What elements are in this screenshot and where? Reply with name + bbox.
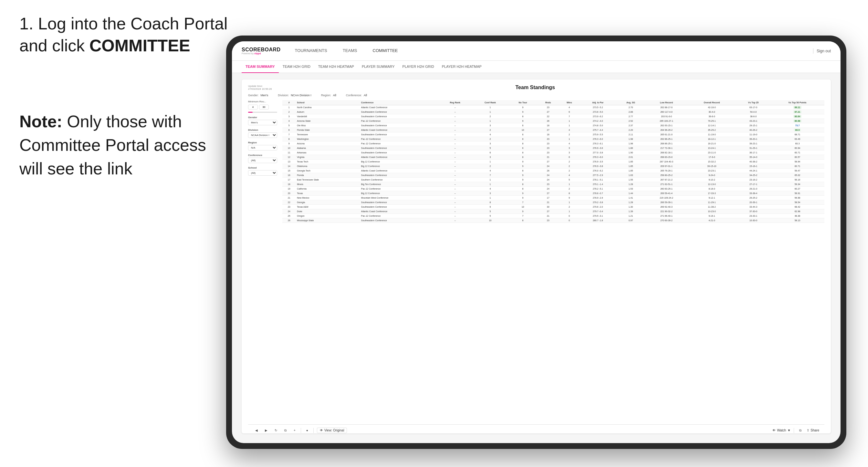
region-sidebar-label: Region xyxy=(248,141,277,144)
table-cell: 1 xyxy=(282,105,296,110)
sub-nav-team-h2h-grid[interactable]: TEAM H2H GRID xyxy=(279,61,314,73)
table-cell: 0 xyxy=(559,214,580,218)
table-cell: 2.52 xyxy=(616,119,645,123)
conference-select[interactable]: (All) xyxy=(248,158,277,163)
table-cell: 217 72-30-1 xyxy=(645,146,687,151)
table-cell: 3 xyxy=(472,142,508,146)
table-cell: 27 xyxy=(537,110,559,114)
toolbar-copy-btn[interactable]: ⧉ xyxy=(282,428,288,433)
table-cell: 63-17-0 xyxy=(736,105,770,110)
logo-area: SCOREBOARD Powered by clippd xyxy=(242,47,281,55)
table-cell: 60.3 xyxy=(770,142,825,146)
toolbar-back-btn[interactable]: ◀ xyxy=(253,428,260,433)
table-cell: 1.28 xyxy=(616,182,645,187)
table-row: 5Ole MissSoutheastern Conference–3618127… xyxy=(282,123,825,128)
table-cell: 262 88-17-0 xyxy=(645,105,687,110)
table-cell: 1 xyxy=(472,119,508,123)
toolbar-expand-btn[interactable]: ⧉ xyxy=(797,428,803,433)
table-cell: Pac-12 Conference xyxy=(360,187,438,191)
app-logo: SCOREBOARD xyxy=(242,47,281,52)
table-cell: 2 xyxy=(472,164,508,168)
table-cell: 20-39-1 xyxy=(736,200,770,205)
table-cell: 23 xyxy=(537,146,559,151)
table-cell: 27-17-1 xyxy=(736,182,770,187)
table-cell: 17-33-3 xyxy=(687,191,736,196)
table-cell: 60.71 xyxy=(770,164,825,168)
table-cell: 9 xyxy=(508,119,537,123)
gender-filter-label: Gender: xyxy=(248,94,259,97)
table-cell: 18 xyxy=(537,123,559,128)
toolbar-forward-btn[interactable]: ▶ xyxy=(263,428,270,433)
table-cell: – xyxy=(438,205,472,209)
table-cell: 7 xyxy=(282,132,296,137)
table-cell: 8 xyxy=(508,168,537,173)
table-cell: 1 xyxy=(559,123,580,128)
min-rounds-inputs xyxy=(248,105,277,110)
min-rounds-min-input[interactable] xyxy=(248,105,258,110)
sub-nav-player-h2h-grid[interactable]: PLAYER H2H GRID xyxy=(399,61,438,73)
table-cell: 1.98 xyxy=(616,137,645,142)
table-cell: Georgia xyxy=(296,200,360,205)
table-cell: 1 xyxy=(559,182,580,187)
table-cell: 29-25-2 xyxy=(736,196,770,200)
table-cell: 60.57 xyxy=(770,155,825,160)
sub-nav-team-summary[interactable]: TEAM SUMMARY xyxy=(242,61,279,73)
filters-sidebar: Minimum Rou... Gender xyxy=(248,100,277,424)
table-cell: 27 xyxy=(537,160,559,164)
nav-committee[interactable]: COMMITTEE xyxy=(371,41,399,61)
table-cell: 5 xyxy=(472,146,508,151)
toolbar-add-btn[interactable]: + xyxy=(292,428,298,433)
card-header: Update time: 27/03/2024 16:56:26 Team St… xyxy=(248,85,825,90)
table-cell: California xyxy=(296,187,360,191)
table-cell: Big 12 Conference xyxy=(360,164,438,168)
table-cell: Texas xyxy=(296,191,360,196)
table-cell: 21 xyxy=(537,155,559,160)
region-select[interactable]: N/A All xyxy=(248,145,277,151)
gender-filter-value: Men's xyxy=(261,94,269,97)
table-cell: 1.53 xyxy=(616,187,645,191)
sub-nav-player-h2h-heatmap[interactable]: PLAYER H2H HEATMAP xyxy=(438,61,486,73)
view-original-button[interactable]: 👁 View: Original xyxy=(317,428,347,433)
table-row: 4Arizona StatePac-12 Conference–19261274… xyxy=(282,119,825,123)
table-cell: 265 76-29-1 xyxy=(645,168,687,173)
col-school: School xyxy=(296,100,360,105)
table-area: # School Conference Reg Rank Conf Rank N… xyxy=(282,100,825,424)
table-cell: 4-21-0 xyxy=(687,218,736,223)
table-cell: 0 xyxy=(559,218,580,223)
table-cell: 17-9-0 xyxy=(687,155,736,160)
table-cell: 3 xyxy=(472,191,508,196)
school-select[interactable]: (All) xyxy=(248,170,277,176)
nav-teams[interactable]: TEAMS xyxy=(341,41,359,61)
table-cell: 258 80-25-2 xyxy=(645,173,687,178)
table-cell: Atlantic Coast Conference xyxy=(360,105,438,110)
table-cell: 8 xyxy=(508,182,537,187)
sub-nav-team-h2h-heatmap[interactable]: TEAM H2H HEATMAP xyxy=(314,61,358,73)
table-row: 16FloridaSoutheastern Conference–7924427… xyxy=(282,173,825,178)
watch-button[interactable]: 👁 Watch ▼ xyxy=(772,429,790,432)
table-cell: 4 xyxy=(559,142,580,146)
table-cell: 268 83-15-0 xyxy=(645,155,687,160)
nav-tournaments[interactable]: TOURNAMENTS xyxy=(293,41,329,61)
toolbar-clock-btn[interactable]: ● xyxy=(304,428,310,433)
table-cell: 2.20 xyxy=(616,128,645,132)
table-cell: 1 xyxy=(472,196,508,200)
table-cell: 22 xyxy=(282,200,296,205)
table-cell: 262 86-25-1 xyxy=(645,137,687,142)
table-cell: 1.86 xyxy=(616,146,645,151)
sign-out-button[interactable]: Sign out xyxy=(817,49,831,53)
gender-select[interactable]: Men's Women's xyxy=(248,120,277,125)
table-cell: Southeastern Conference xyxy=(360,114,438,119)
division-select[interactable]: NCAA Division I NCAA Division II NCAA Di… xyxy=(248,132,277,138)
table-row: 3VanderbiltSoutheastern Conference–28227… xyxy=(282,114,825,119)
gender-sidebar-label: Gender xyxy=(248,116,277,119)
toolbar-refresh-btn[interactable]: ↻ xyxy=(273,428,279,433)
sub-nav-player-summary[interactable]: PLAYER SUMMARY xyxy=(358,61,399,73)
table-cell: 1 xyxy=(559,119,580,123)
table-cell: 268 82-18-1 xyxy=(645,151,687,155)
table-cell: 270 60-39-2 xyxy=(645,218,687,223)
min-rounds-max-input[interactable] xyxy=(259,105,269,110)
share-button[interactable]: ⇧ Share xyxy=(807,429,819,432)
table-cell: 79-25-1 xyxy=(687,119,736,123)
table-cell: Arizona State xyxy=(296,119,360,123)
bottom-toolbar: ◀ ▶ ↻ ⧉ + ● 👁 View: Original xyxy=(248,424,825,433)
